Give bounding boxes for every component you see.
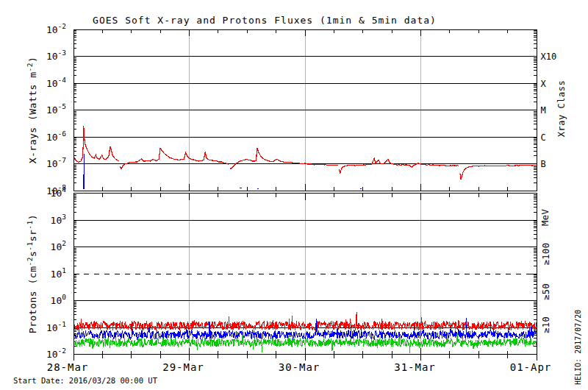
xray-y-axis-label: X-rays (Watts m-2) [26, 57, 38, 164]
proton-ytick-label: 102 [51, 239, 66, 252]
x-axis-day-label: 31-Mar [394, 361, 436, 373]
xray-long-line [74, 127, 119, 163]
proton-threshold-label: ≥50 [541, 283, 551, 300]
proton-threshold-label: ≥100 [541, 243, 551, 266]
xray-long-line [339, 158, 459, 174]
helio-stamp: HELIO: 2017/07/20 [574, 310, 582, 385]
mev-axis-title: MeV [540, 209, 551, 226]
proton-threshold-label: ≥10 [541, 316, 551, 333]
xray-class-label: X [541, 79, 547, 89]
goes-flux-chart: GOES Soft X-ray and Protons Fluxes (1min… [0, 0, 588, 390]
xray-ytick-label: 10-6 [46, 130, 66, 143]
xray-long-line [460, 165, 537, 179]
xray-class-label: X10 [541, 52, 557, 62]
xray-short-line [84, 154, 85, 190]
proton-ytick-label: 103 [51, 213, 66, 226]
xray-ytick-label: 10-4 [46, 76, 66, 89]
xray-class-axis-title: Xray Class [556, 80, 567, 137]
proton-y-axis-label: Protons (cm-2s-1sr-1) [26, 214, 38, 333]
xray-long-line [230, 148, 338, 169]
x-axis-day-label: 29-Mar [162, 361, 204, 373]
xray-class-label: B [541, 159, 546, 169]
x-axis-day-label: 30-Mar [279, 361, 320, 373]
x-axis-day-label: 28-Mar [47, 361, 89, 373]
proton-ytick-label: 104 [51, 185, 67, 199]
xray-class-label: C [541, 132, 546, 143]
xray-ytick-label: 10-5 [46, 102, 66, 116]
chart-title: GOES Soft X-ray and Protons Fluxes (1min… [93, 15, 437, 26]
xray-ytick-label: 10-3 [46, 49, 66, 62]
xray-ytick-label: 10-2 [46, 22, 66, 35]
proton-ytick-label: 100 [51, 293, 67, 306]
xray-class-label: M [541, 105, 546, 116]
proton-ytick-label: 101 [51, 266, 67, 280]
plot-canvas: 10-210-310-410-510-610-710-8104103102101… [0, 0, 588, 390]
xray-long-line [120, 148, 229, 169]
start-date-label: Start Date: 2016/03/28 00:00 UT [13, 376, 157, 385]
proton-ytick-label: 10-2 [46, 347, 66, 360]
xray-ytick-label: 10-7 [46, 156, 66, 169]
proton-ytick-label: 10-1 [46, 320, 66, 333]
x-axis-day-label: 01-Apr [510, 361, 552, 373]
